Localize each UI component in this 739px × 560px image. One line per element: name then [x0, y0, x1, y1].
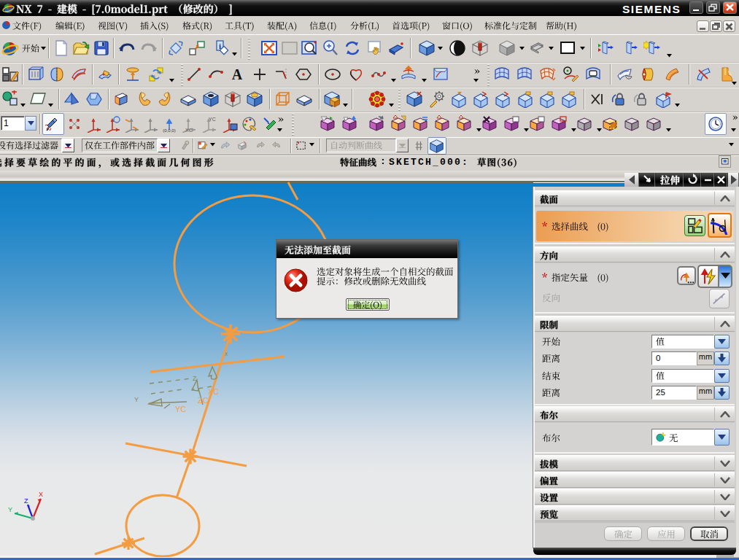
svg-text:Y: Y [8, 506, 12, 513]
svg-text:ZC: ZC [198, 396, 209, 405]
svg-text:Z: Z [24, 497, 28, 505]
svg-text:Y: Y [134, 396, 139, 403]
svg-text:XC: XC [208, 387, 219, 396]
svg-text:Z: Z [193, 375, 197, 382]
svg-text:x: x [225, 350, 228, 357]
svg-text:YC: YC [175, 405, 186, 413]
svg-text:X: X [39, 491, 43, 498]
